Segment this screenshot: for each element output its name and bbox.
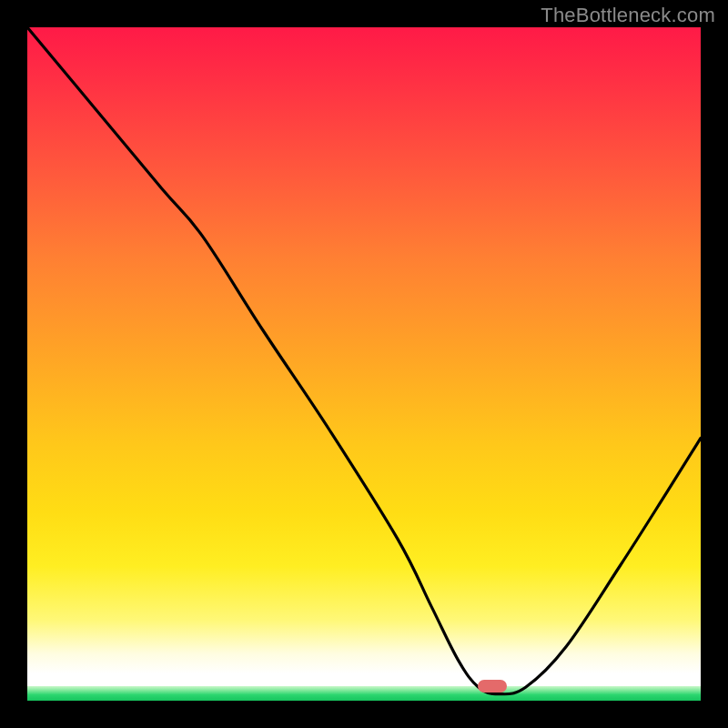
watermark-text: TheBottleneck.com bbox=[541, 4, 715, 27]
plot-area bbox=[27, 27, 701, 701]
optimal-point-marker bbox=[478, 680, 507, 693]
bottleneck-curve bbox=[27, 27, 701, 701]
chart-frame: TheBottleneck.com bbox=[0, 0, 728, 728]
